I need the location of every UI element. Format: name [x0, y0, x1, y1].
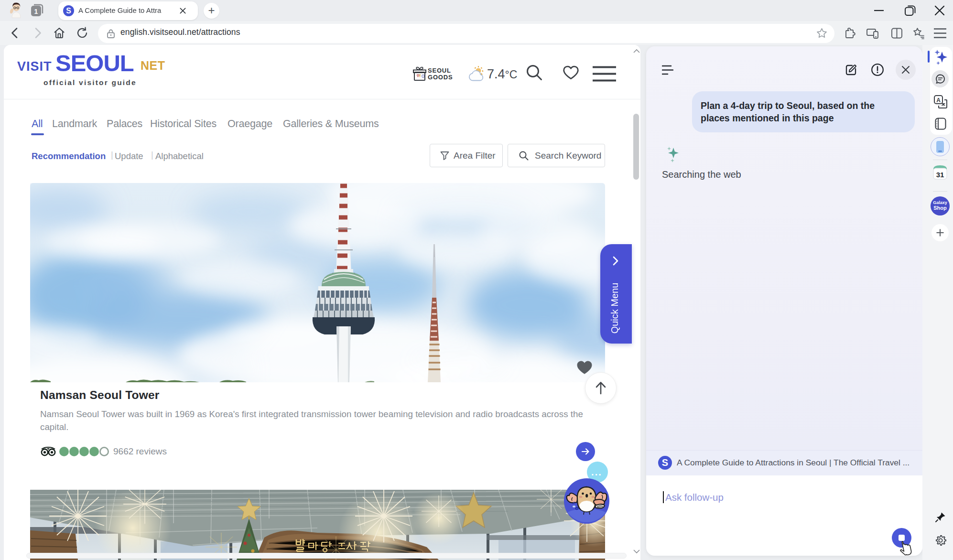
svg-text:A: A	[936, 97, 941, 104]
svg-text:31: 31	[936, 171, 944, 179]
svg-text:1: 1	[34, 8, 38, 15]
